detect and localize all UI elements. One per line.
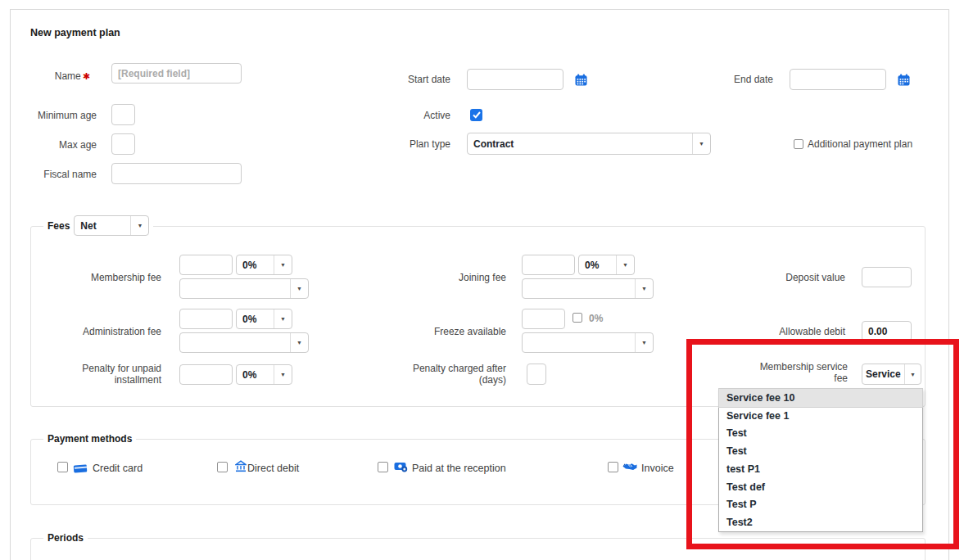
dropdown-option[interactable]: test P1	[719, 460, 922, 478]
fees-tax-mode-select[interactable]: Net ▼	[74, 215, 149, 236]
membership-fee-vat-select[interactable]: 0% ▼	[236, 255, 292, 275]
deposit-value-input[interactable]	[862, 267, 912, 287]
bank-icon	[235, 460, 247, 472]
max-age-input[interactable]	[111, 133, 135, 155]
dropdown-option[interactable]: Service fee 1	[719, 407, 922, 425]
plan-type-label: Plan type	[369, 138, 450, 150]
paid-at-reception-label: Paid at the reception	[412, 463, 506, 474]
joining-fee-vat-select[interactable]: 0% ▼	[578, 255, 635, 275]
joining-fee-label: Joining fee	[408, 272, 506, 283]
credit-card-label: Credit card	[93, 463, 143, 474]
active-checkbox[interactable]	[470, 109, 482, 121]
minimum-age-input[interactable]	[111, 104, 135, 125]
membership-fee-input[interactable]	[179, 255, 233, 275]
penalty-unpaid-input[interactable]	[179, 364, 233, 385]
joining-fee-input[interactable]	[522, 255, 575, 275]
dropdown-option[interactable]: Service fee 10	[719, 389, 922, 407]
joining-fee-account-select[interactable]: ▼	[522, 278, 654, 299]
direct-debit-label: Direct debit	[247, 463, 299, 474]
freeze-available-label: Freeze available	[408, 326, 506, 337]
invoice-label: Invoice	[641, 463, 674, 474]
check-icon	[473, 111, 481, 119]
direct-debit-checkbox[interactable]	[217, 462, 228, 472]
penalty-days-label: Penalty charged after (days)	[408, 363, 506, 386]
credit-card-icon	[73, 462, 88, 473]
fiscal-name-input[interactable]	[111, 163, 242, 184]
chevron-down-icon: ▼	[290, 333, 308, 352]
active-label: Active	[369, 110, 450, 121]
administration-fee-vat-select[interactable]: 0% ▼	[236, 309, 292, 329]
dropdown-option[interactable]: Test	[719, 442, 922, 460]
penalty-days-input[interactable]	[527, 364, 546, 385]
chevron-down-icon: ▼	[635, 333, 653, 352]
allowable-debit-input[interactable]	[862, 321, 912, 341]
membership-service-fee-dropdown: Service fee 10 Service fee 1 Test Test t…	[718, 388, 923, 532]
name-label: Name✱	[8, 70, 90, 82]
penalty-unpaid-vat-select[interactable]: 0% ▼	[236, 364, 292, 385]
deposit-value-label: Deposit value	[747, 272, 845, 283]
chevron-down-icon: ▼	[616, 255, 634, 274]
name-input[interactable]	[111, 63, 242, 84]
end-date-label: End date	[691, 74, 773, 85]
membership-service-fee-label: Membership service fee	[749, 361, 848, 384]
plan-type-select[interactable]: Contract ▼	[467, 133, 711, 155]
paid-at-reception-checkbox[interactable]	[378, 462, 388, 472]
dropdown-option[interactable]: Test2	[719, 513, 922, 531]
periods-legend: Periods	[43, 532, 88, 544]
page-title: New payment plan	[30, 27, 120, 38]
membership-fee-label: Membership fee	[47, 272, 161, 283]
freeze-pct-checkbox[interactable]	[573, 313, 582, 323]
start-date-input[interactable]	[467, 69, 563, 90]
chevron-down-icon: ▼	[635, 279, 653, 298]
handshake-icon	[622, 461, 638, 472]
periods-section	[30, 538, 926, 560]
chevron-down-icon: ▼	[130, 216, 148, 235]
administration-fee-input[interactable]	[179, 309, 233, 329]
start-date-label: Start date	[369, 74, 450, 85]
fiscal-name-label: Fiscal name	[15, 169, 97, 180]
minimum-age-label: Minimum age	[15, 110, 97, 121]
invoice-checkbox[interactable]	[608, 462, 618, 472]
chevron-down-icon: ▼	[274, 365, 292, 384]
freeze-available-input[interactable]	[522, 309, 565, 329]
fees-legend: Fees Net ▼	[43, 215, 153, 236]
allowable-debit-label: Allowable debit	[747, 326, 845, 337]
required-asterisk-icon: ✱	[83, 71, 90, 81]
additional-payment-plan-label: Additional payment plan	[808, 138, 912, 150]
freeze-account-select[interactable]: ▼	[522, 332, 654, 353]
end-date-input[interactable]	[790, 69, 886, 90]
dropdown-option[interactable]: Test P	[719, 496, 922, 514]
membership-service-fee-select[interactable]: Service ▼	[862, 364, 921, 385]
chevron-down-icon: ▼	[692, 133, 710, 154]
chevron-down-icon: ▼	[274, 255, 292, 274]
additional-payment-plan-checkbox[interactable]	[794, 139, 803, 149]
credit-card-checkbox[interactable]	[57, 462, 68, 472]
membership-fee-account-select[interactable]: ▼	[179, 278, 309, 299]
max-age-label: Max age	[15, 139, 97, 151]
chevron-down-icon: ▼	[274, 309, 292, 328]
calendar-icon[interactable]	[898, 74, 910, 86]
administration-fee-label: Administration fee	[47, 326, 161, 337]
administration-fee-account-select[interactable]: ▼	[179, 332, 309, 353]
penalty-unpaid-label: Penalty for unpaid installment	[47, 363, 161, 386]
chevron-down-icon: ▼	[290, 279, 308, 298]
dropdown-option[interactable]: Test def	[719, 478, 922, 496]
calendar-icon[interactable]	[575, 74, 587, 86]
dropdown-option[interactable]: Test	[719, 425, 922, 443]
cash-icon	[394, 462, 408, 472]
payment-methods-legend: Payment methods	[43, 433, 136, 445]
chevron-down-icon: ▼	[904, 364, 921, 384]
freeze-pct-label: 0%	[589, 313, 603, 324]
